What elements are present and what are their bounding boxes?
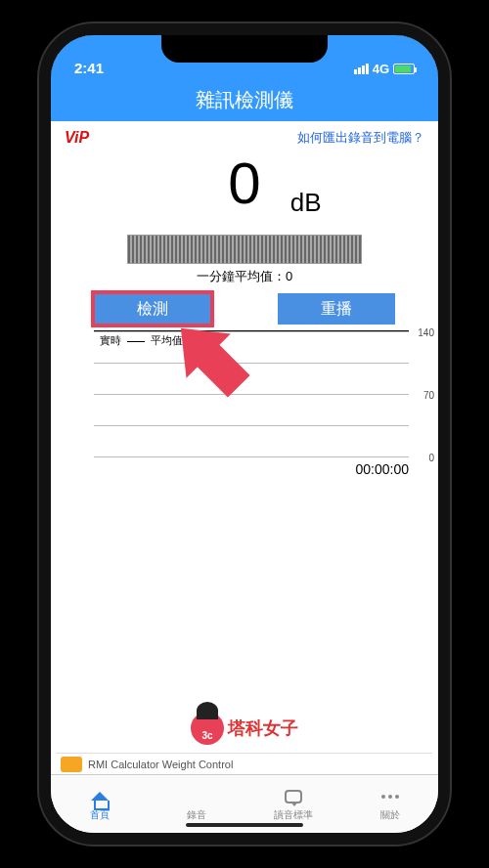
nav-bar: 雜訊檢測儀 <box>51 78 438 121</box>
ytick-70: 70 <box>423 390 434 401</box>
db-value: 0 <box>228 154 260 213</box>
minute-avg-label: 一分鐘平均值：0 <box>51 268 438 285</box>
chart: 實時 平均值 140 70 0 <box>94 330 409 457</box>
watermark: 塔科女子 <box>51 712 438 749</box>
signal-icon <box>354 64 369 74</box>
level-meter <box>127 235 362 264</box>
timer: 00:00:00 <box>51 461 409 477</box>
watermark-text: 塔科女子 <box>228 716 298 740</box>
tab-home[interactable]: 首頁 <box>51 775 148 833</box>
ad-text: RMI Calculator Weight Control <box>88 759 233 770</box>
legend-realtime: 實時 <box>100 334 121 346</box>
watermark-icon <box>191 712 224 745</box>
tab-standard-label: 讀音標準 <box>274 808 313 822</box>
home-icon <box>89 787 111 806</box>
phone-frame: 2:41 4G 雜訊檢測儀 ViP 如何匯出錄音到電腦？ 0 dB 一分鐘平均值… <box>39 23 450 845</box>
home-indicator[interactable] <box>186 823 303 827</box>
tab-about-label: 關於 <box>380 808 400 822</box>
db-unit: dB <box>290 188 322 218</box>
more-icon <box>379 787 401 806</box>
status-right: 4G <box>354 62 415 76</box>
nav-title: 雜訊檢測儀 <box>196 87 293 113</box>
ytick-140: 140 <box>418 327 434 338</box>
network-label: 4G <box>373 62 389 76</box>
standard-icon <box>283 787 304 806</box>
status-time: 2:41 <box>74 60 104 76</box>
tab-record-label: 錄音 <box>187 808 206 822</box>
tab-about[interactable]: 關於 <box>341 775 438 833</box>
record-icon <box>188 787 205 806</box>
ytick-0: 0 <box>428 453 434 463</box>
battery-icon <box>393 64 415 74</box>
ad-banner[interactable]: RMI Calculator Weight Control <box>57 753 432 774</box>
ad-icon <box>61 757 82 772</box>
screen: 2:41 4G 雜訊檢測儀 ViP 如何匯出錄音到電腦？ 0 dB 一分鐘平均值… <box>51 35 438 833</box>
vip-badge[interactable]: ViP <box>65 129 89 147</box>
export-help-link[interactable]: 如何匯出錄音到電腦？ <box>297 129 424 147</box>
reading: 0 dB <box>51 154 438 229</box>
notch <box>161 35 328 63</box>
replay-button[interactable]: 重播 <box>278 293 395 325</box>
content: ViP 如何匯出錄音到電腦？ 0 dB 一分鐘平均值：0 檢測 重播 實時 <box>51 121 438 833</box>
